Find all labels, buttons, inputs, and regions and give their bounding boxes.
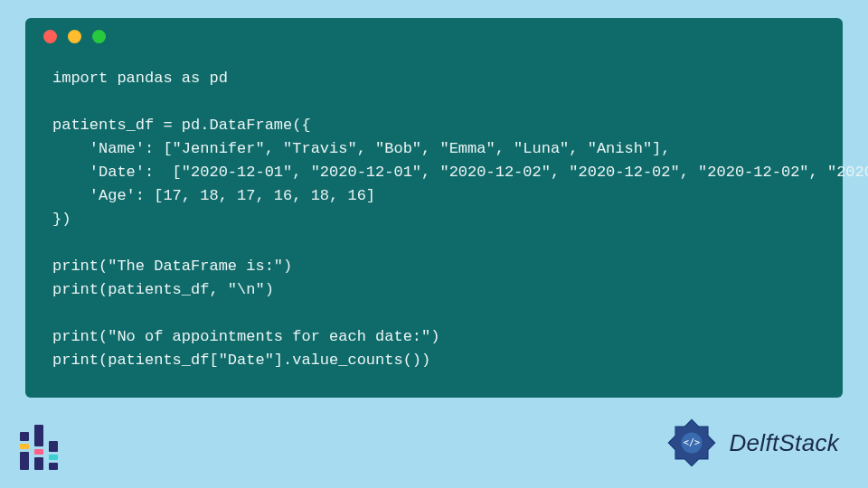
brand-name: DelftStack [730,429,840,457]
code-block: import pandas as pd patients_df = pd.Dat… [25,54,843,372]
window-titlebar [25,18,843,54]
minimize-dot-icon [68,30,81,43]
brand-block: </> DelftStack [663,414,840,472]
close-dot-icon [43,30,57,43]
svg-text:</>: </> [683,436,700,447]
maximize-dot-icon [92,30,106,43]
brand-badge-icon: </> [663,414,721,472]
code-window: import pandas as pd patients_df = pd.Dat… [25,18,843,398]
bars-logo-icon [20,414,76,470]
